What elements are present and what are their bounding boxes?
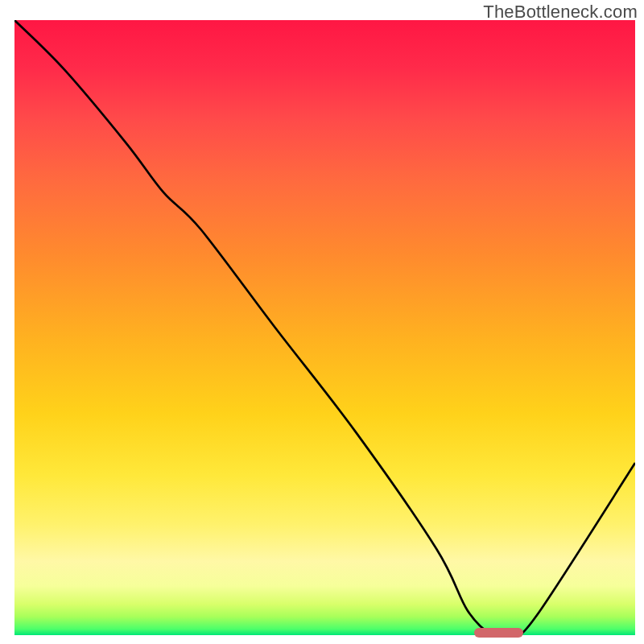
optimum-marker: [474, 628, 524, 638]
curve-path: [14, 20, 635, 635]
bottleneck-curve: [14, 20, 635, 635]
chart-area: [14, 20, 635, 635]
